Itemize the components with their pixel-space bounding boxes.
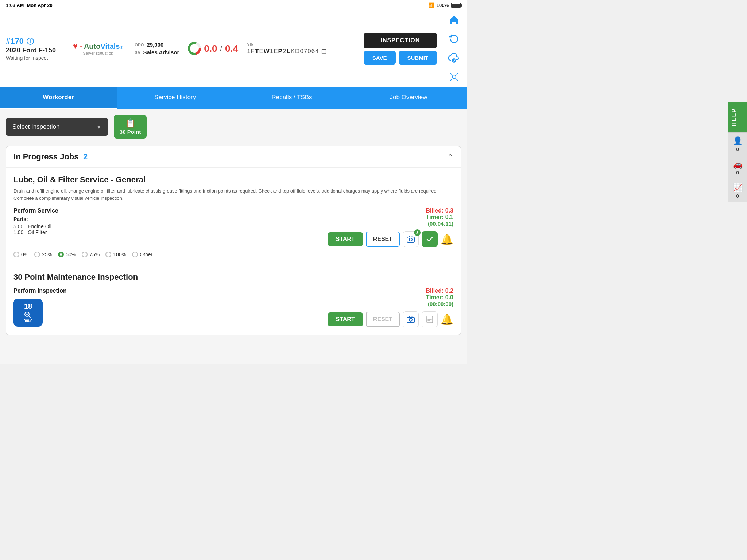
settings-button[interactable] xyxy=(447,70,461,84)
billed-value-2: Billed: 0.2 xyxy=(426,288,453,294)
save-button[interactable]: SAVE xyxy=(364,51,396,65)
logo-pulse-icon: ♥~ xyxy=(73,42,82,51)
in-progress-title-group: In Progress Jobs 2 xyxy=(13,152,88,162)
camera-icon xyxy=(407,235,415,243)
battery-icon xyxy=(451,3,461,8)
progress-50[interactable]: 50% xyxy=(58,252,76,257)
checkmark-icon xyxy=(426,235,434,243)
start-button-1[interactable]: START xyxy=(328,232,363,246)
btn-30point[interactable]: 📋 30 Point xyxy=(114,115,147,139)
billed-value: Billed: 0.3 xyxy=(426,207,453,214)
service-row: Perform Service Parts: 5.00 Engine Oil 1… xyxy=(13,207,453,247)
tab-recalls[interactable]: Recalls / TSBs xyxy=(233,87,350,109)
inspection-row: Select Inspection ▼ 📋 30 Point xyxy=(6,115,461,139)
logo-area: ♥~ AutoVitals® Server status: ok xyxy=(73,42,123,55)
score-separator: / xyxy=(220,44,222,53)
radio-75-icon xyxy=(82,252,88,257)
perform-service-label: Perform Service xyxy=(13,207,321,214)
timer-value-2: Timer: 0.0 xyxy=(426,294,453,301)
progress-other-label: Other xyxy=(140,252,152,257)
svg-point-6 xyxy=(409,238,412,241)
cloud-check-button[interactable] xyxy=(447,51,461,65)
server-status: Server status: ok xyxy=(83,51,113,55)
camera-icon-2 xyxy=(407,315,415,323)
radio-0-icon xyxy=(13,252,19,257)
document-icon: 📋 xyxy=(125,118,135,128)
select-inspection-dropdown[interactable]: Select Inspection ▼ xyxy=(6,118,108,136)
notes-icon xyxy=(426,315,433,323)
progress-0[interactable]: 0% xyxy=(13,252,28,257)
svg-point-4 xyxy=(452,75,456,79)
check-button-1[interactable] xyxy=(422,231,438,247)
notes-button-2[interactable] xyxy=(422,311,438,327)
reset-button-2[interactable]: RESET xyxy=(366,312,400,327)
home-button[interactable] xyxy=(447,13,461,27)
part-qty-2: 1.00 xyxy=(13,229,23,235)
copy-vin-icon[interactable]: ❐ xyxy=(321,48,326,55)
tab-job-overview[interactable]: Job Overview xyxy=(350,87,467,109)
car-name: 2020 Ford F-150 xyxy=(6,47,64,54)
vin-row: 1FTEW1EP2LKD07064 ❐ xyxy=(247,48,326,55)
btn-30point-label: 30 Point xyxy=(120,129,141,135)
parts-list: 5.00 Engine Oil 1.00 Oil Filter xyxy=(13,223,321,235)
sa-label: SA xyxy=(135,50,140,55)
progress-100-label: 100% xyxy=(113,252,126,257)
nav-tabs: Workorder Service History Recalls / TSBs… xyxy=(0,87,467,109)
inspection-18-button[interactable]: 18 0/0/0 xyxy=(13,299,43,327)
ticket-number: #170 xyxy=(6,36,24,46)
camera-button-1[interactable]: 3 xyxy=(403,231,419,247)
odo-label: ODO xyxy=(135,43,144,47)
battery-percent: 100% xyxy=(437,3,449,8)
info-icon[interactable]: i xyxy=(27,38,34,45)
progress-75[interactable]: 75% xyxy=(82,252,100,257)
status-bar-right: 📶 100% xyxy=(428,2,461,8)
inspection-search-icon xyxy=(24,311,32,318)
tab-workorder[interactable]: Workorder xyxy=(0,87,117,109)
status-bar: 1:03 AM Mon Apr 20 📶 100% xyxy=(0,0,467,10)
time-display: 1:03 AM xyxy=(6,3,24,8)
reset-button-1[interactable]: RESET xyxy=(366,232,400,247)
bell-button-2[interactable]: 🔔 xyxy=(441,314,453,326)
date-display: Mon Apr 20 xyxy=(27,3,52,8)
radio-25-icon xyxy=(34,252,40,257)
svg-point-9 xyxy=(409,318,412,321)
cloud-check-icon xyxy=(448,53,460,63)
parts-label: Parts: xyxy=(13,216,321,222)
odo-row: ODO 29,000 xyxy=(135,42,179,48)
start-button-2[interactable]: START xyxy=(328,312,363,326)
part-oil-filter: 1.00 Oil Filter xyxy=(13,229,321,235)
action-buttons-2: START RESET xyxy=(328,311,453,327)
job-lube-oil-title: Lube, Oil & Filter Service - General xyxy=(13,175,453,184)
radio-50-icon xyxy=(58,252,64,257)
progress-other[interactable]: Other xyxy=(132,252,152,257)
vin-value: 1FTEW1EP2LKD07064 xyxy=(247,48,319,55)
tab-service-history[interactable]: Service History xyxy=(117,87,233,109)
progress-25-label: 25% xyxy=(42,252,52,257)
vehicle-status: Waiting for Inspect xyxy=(6,55,64,61)
progress-25[interactable]: 25% xyxy=(34,252,52,257)
progress-100[interactable]: 100% xyxy=(105,252,126,257)
part-name-2: Oil Filter xyxy=(28,229,47,235)
score-area: 0.0 / 0.4 xyxy=(188,42,238,55)
save-submit-row: SAVE SUBMIT xyxy=(364,51,437,65)
refresh-button[interactable] xyxy=(447,32,461,46)
progress-75-label: 75% xyxy=(89,252,100,257)
collapse-icon[interactable]: ⌃ xyxy=(447,152,453,161)
status-bar-left: 1:03 AM Mon Apr 20 xyxy=(6,3,53,8)
progress-0-label: 0% xyxy=(21,252,28,257)
header-actions: INSPECTION SAVE SUBMIT xyxy=(364,33,437,65)
logo-name: AutoVitals® xyxy=(84,42,123,51)
part-engine-oil: 5.00 Engine Oil xyxy=(13,223,321,229)
inspection-button[interactable]: INSPECTION xyxy=(364,33,437,48)
progress-50-label: 50% xyxy=(66,252,76,257)
job-30point: 30 Point Maintenance Inspection Perform … xyxy=(6,265,461,335)
vin-area: VIN 1FTEW1EP2LKD07064 ❐ xyxy=(247,42,326,55)
camera-button-2[interactable] xyxy=(403,311,419,327)
radio-other-icon xyxy=(132,252,138,257)
submit-button[interactable]: SUBMIT xyxy=(399,51,437,65)
inspection-badge: 0/0/0 xyxy=(24,319,32,323)
bell-button-1[interactable]: 🔔 xyxy=(441,233,453,245)
service-right: Billed: 0.3 Timer: 0.1 (00:04:11) START … xyxy=(328,207,453,247)
sa-row: SA Sales Advisor xyxy=(135,49,179,55)
in-progress-card: In Progress Jobs 2 ⌃ Lube, Oil & Filter … xyxy=(6,146,461,335)
